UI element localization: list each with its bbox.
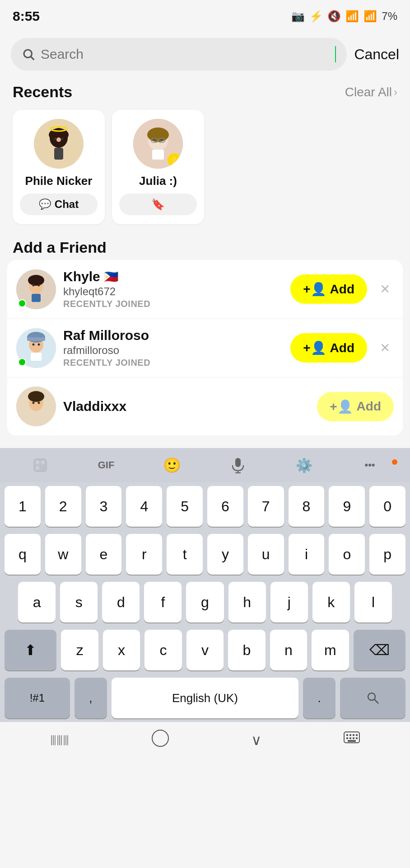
key-l[interactable]: l [354,582,392,623]
keyboard-icon [344,731,360,745]
down-nav-button[interactable]: ∨ [238,727,275,753]
dismiss-button-khyle[interactable]: ✕ [376,278,394,300]
svg-rect-25 [32,294,41,302]
friend-username-khyle: khyleqt672 [63,285,283,298]
period-key[interactable]: . [303,678,335,718]
more-toolbar-button[interactable]: ••• [337,459,403,471]
space-key[interactable]: English (UK) [112,678,298,718]
online-dot-khyle [18,299,26,307]
back-nav-button[interactable]: ⫴⫴⫴ [37,727,83,753]
avatar-phile [34,119,84,169]
key-0[interactable]: 0 [369,486,405,527]
key-x[interactable]: x [103,630,140,670]
key-q[interactable]: q [5,534,41,575]
friend-name-khyle: Khyle 🇵🇭 [63,269,283,284]
key-h[interactable]: h [228,582,266,623]
svg-rect-53 [346,737,348,739]
keyboard-section: 1 2 3 4 5 6 7 8 9 0 q w e r t y u i o p … [0,482,410,722]
shift-key[interactable]: ⬆ [5,630,56,670]
backspace-key[interactable]: ⌫ [354,630,405,670]
friend-info-khyle: Khyle 🇵🇭 khyleqt672 RECENTLY JOINED [63,269,283,309]
partial-overlay [7,426,403,435]
wifi-icon: 📶 [345,10,359,23]
key-y[interactable]: y [207,534,243,575]
recent-card-phile[interactable]: Phile Nicker 💬 Chat [13,110,105,224]
key-d[interactable]: d [102,582,140,623]
key-5[interactable]: 5 [167,486,203,527]
key-4[interactable]: 4 [126,486,162,527]
key-p[interactable]: p [369,534,405,575]
search-input-wrapper[interactable] [11,38,347,71]
svg-rect-38 [34,459,47,472]
chat-button-phile[interactable]: 💬 Chat [20,193,98,215]
key-9[interactable]: 9 [329,486,365,527]
chat-label: Chat [55,198,79,211]
key-3[interactable]: 3 [86,486,122,527]
key-6[interactable]: 6 [207,486,243,527]
svg-point-35 [28,391,44,402]
key-1[interactable]: 1 [5,486,41,527]
chevron-right-icon: › [394,86,397,99]
emoji-toolbar-button[interactable]: 🙂 [139,457,205,474]
svg-point-45 [368,693,375,700]
search-key[interactable] [340,678,405,718]
avatar-vlad [16,387,56,426]
key-o[interactable]: o [329,534,365,575]
key-r[interactable]: r [126,534,162,575]
key-j[interactable]: j [270,582,308,623]
key-a[interactable]: a [18,582,56,623]
avatar-raf [16,328,56,368]
key-2[interactable]: 2 [45,486,81,527]
bookmark-button-julia[interactable]: 🔖 [119,193,197,215]
comma-key[interactable]: , [75,678,107,718]
nav-bar: ⫴⫴⫴ ∨ [0,722,410,758]
status-bar: 8:55 📷 ⚡ 🔇 📶 📶 7% [0,0,410,33]
svg-rect-50 [349,734,351,736]
cancel-button[interactable]: Cancel [354,46,399,63]
svg-point-15 [160,138,163,141]
sticker-toolbar-button[interactable] [7,457,73,473]
friend-list: Khyle 🇵🇭 khyleqt672 RECENTLY JOINED +👤 A… [7,260,403,435]
key-t[interactable]: t [167,534,203,575]
signal-icon: 📶 [363,10,377,23]
svg-point-9 [54,138,56,140]
gif-toolbar-button[interactable]: GIF [73,459,139,471]
add-button-vlad[interactable]: +👤 Add [317,392,394,421]
keyboard-nav-button[interactable] [330,727,373,753]
key-n[interactable]: n [270,630,307,670]
friend-name-raf: Raf Milloroso [63,328,283,343]
friend-name-vlad: Vladdixxx [63,399,310,414]
dismiss-button-raf[interactable]: ✕ [376,337,394,359]
key-g[interactable]: g [186,582,224,623]
key-f[interactable]: f [144,582,182,623]
add-button-khyle[interactable]: +👤 Add [290,274,367,304]
search-input[interactable] [41,47,335,62]
key-m[interactable]: m [312,630,349,670]
add-friend-title: Add a Friend [0,235,410,260]
settings-toolbar-button[interactable]: ⚙️ [271,458,337,473]
home-nav-button[interactable] [138,725,183,755]
key-b[interactable]: b [228,630,265,670]
svg-line-46 [374,699,378,703]
key-i[interactable]: i [289,534,325,575]
clear-all-button[interactable]: Clear All › [345,85,397,99]
key-c[interactable]: c [144,630,182,670]
key-z[interactable]: z [61,630,98,670]
avatar-julia: ⭐ [133,119,183,169]
add-person-icon-vlad: +👤 [330,399,353,414]
recent-card-julia[interactable]: ⭐ Julia :) 🔖 [112,110,204,224]
add-button-raf[interactable]: +👤 Add [290,333,367,363]
emoji-icon: 🙂 [163,457,181,474]
key-v[interactable]: v [186,630,224,670]
svg-line-1 [31,57,34,60]
key-e[interactable]: e [86,534,122,575]
mic-toolbar-button[interactable] [205,457,271,473]
key-s[interactable]: s [60,582,98,623]
key-w[interactable]: w [45,534,81,575]
key-7[interactable]: 7 [248,486,284,527]
key-u[interactable]: u [248,534,284,575]
key-k[interactable]: k [312,582,350,623]
key-8[interactable]: 8 [289,486,325,527]
svg-rect-56 [356,737,358,739]
symbols-key[interactable]: !#1 [5,678,70,718]
